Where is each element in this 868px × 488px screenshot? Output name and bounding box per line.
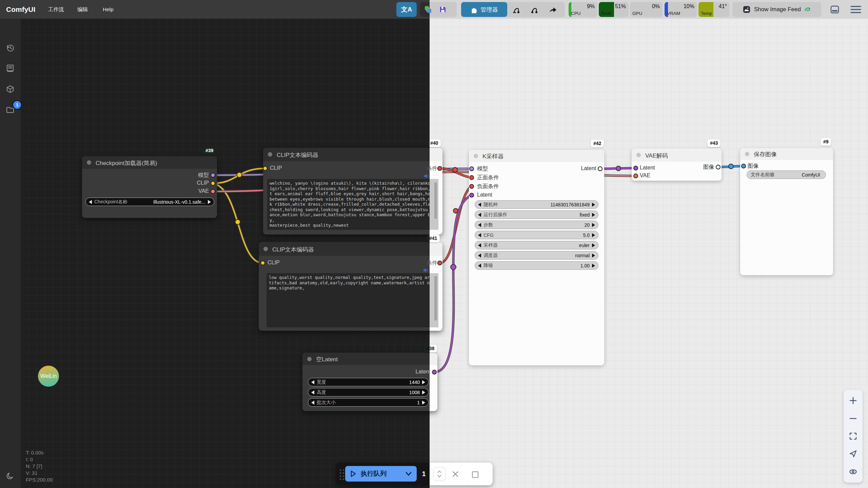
bottom-panel-toggle-icon[interactable]: [830, 5, 840, 14]
main-menu-icon[interactable]: [850, 5, 861, 14]
prev-arrow-icon[interactable]: [478, 213, 481, 217]
node-header[interactable]: VAE解码: [632, 148, 722, 162]
select-mode-icon[interactable]: [849, 449, 857, 458]
next-arrow-icon[interactable]: [592, 213, 595, 217]
prev-arrow-icon[interactable]: [478, 243, 481, 247]
output-dot-cond[interactable]: [437, 261, 442, 265]
next-arrow-icon[interactable]: [592, 223, 595, 227]
output-dot-image[interactable]: [716, 165, 721, 169]
denoise-widget[interactable]: 降噪 1.00: [475, 261, 598, 270]
collapse-dot-icon[interactable]: [307, 357, 312, 361]
fit-view-icon[interactable]: [849, 432, 857, 441]
menu-edit[interactable]: 编辑: [77, 0, 88, 19]
translate-button[interactable]: 文A: [396, 2, 417, 17]
prev-arrow-icon[interactable]: [478, 233, 481, 237]
manager-button[interactable]: 管理器: [461, 2, 507, 17]
model-library-icon[interactable]: [6, 85, 15, 94]
next-arrow-icon[interactable]: [422, 380, 425, 384]
collapse-dot-icon[interactable]: [745, 152, 749, 156]
output-dot-latent[interactable]: [598, 166, 603, 171]
positive-prompt-textarea[interactable]: welchino, yanyo \(ogino atsuki\), kita \…: [267, 179, 438, 230]
output-dot-latent[interactable]: [432, 370, 437, 374]
zoom-in-icon[interactable]: [849, 396, 857, 405]
theme-palette-icon[interactable]: [424, 6, 432, 13]
batch-count-stepper[interactable]: [433, 467, 446, 481]
node-header[interactable]: K采样器: [469, 150, 604, 162]
input-dot-positive[interactable]: [469, 175, 474, 180]
next-arrow-icon[interactable]: [422, 401, 425, 405]
toggle-link-visibility-icon[interactable]: [849, 467, 857, 476]
show-image-feed-button[interactable]: Show Image Feed: [732, 2, 821, 17]
height-widget[interactable]: 高度 1008: [308, 388, 429, 396]
output-dot-vae[interactable]: [211, 189, 215, 194]
steps-widget[interactable]: 步数 20: [475, 221, 598, 229]
prev-arrow-icon[interactable]: [478, 223, 481, 227]
history-icon[interactable]: [6, 44, 15, 53]
output-dot-cond[interactable]: [437, 166, 442, 171]
drag-handle[interactable]: [340, 469, 344, 480]
run-queue-button[interactable]: 执行队列: [345, 466, 417, 482]
prev-arrow-icon[interactable]: [89, 200, 92, 204]
next-arrow-icon[interactable]: [422, 390, 425, 394]
output-dot-model[interactable]: [211, 173, 215, 178]
speaker-icon[interactable]: [424, 174, 430, 179]
prev-arrow-icon[interactable]: [311, 380, 314, 384]
filename-prefix-widget[interactable]: 文件名前缀 ComfyUI: [747, 170, 826, 179]
next-arrow-icon[interactable]: [208, 200, 211, 204]
negative-prompt-textarea[interactable]: low quality,worst quality,normal quality…: [267, 273, 434, 327]
weilin-avatar[interactable]: WeiLin: [38, 366, 59, 387]
next-arrow-icon[interactable]: [592, 243, 595, 247]
output-dot-clip[interactable]: [211, 181, 215, 186]
node-header[interactable]: CLIP文本编码器: [263, 148, 442, 161]
prev-arrow-icon[interactable]: [478, 253, 481, 258]
next-arrow-icon[interactable]: [592, 264, 595, 268]
sampler-widget[interactable]: 采样器 euler: [475, 241, 598, 249]
menu-help[interactable]: Help: [103, 0, 114, 19]
node-header[interactable]: 空Latent: [302, 353, 437, 365]
step-down-icon[interactable]: [437, 475, 442, 477]
node-ksampler[interactable]: K采样器 随机种 114830176381849 运行后操作 fixed 步数 …: [469, 150, 604, 365]
node-library-icon[interactable]: [6, 64, 15, 73]
width-widget[interactable]: 宽度 1440: [308, 378, 429, 386]
step-up-icon[interactable]: [437, 470, 442, 473]
collapse-dot-icon[interactable]: [636, 153, 641, 157]
control-after-generate-widget[interactable]: 运行后操作 fixed: [475, 210, 598, 219]
prev-arrow-icon[interactable]: [311, 401, 314, 405]
input-dot-negative[interactable]: [469, 184, 474, 189]
seed-widget[interactable]: 随机种 114830176381849: [475, 200, 598, 209]
input-dot-model[interactable]: [469, 166, 474, 171]
node-header[interactable]: 保存图像: [740, 148, 833, 160]
collapse-dot-icon[interactable]: [263, 247, 268, 251]
batch-size-widget[interactable]: 批次大小 1: [308, 398, 429, 407]
input-dot-vae[interactable]: [633, 174, 638, 178]
scheduler-widget[interactable]: 调度器 normal: [475, 251, 598, 260]
zoom-out-icon[interactable]: [849, 414, 857, 423]
node-clip-encode-negative[interactable]: CLIP文本编码器 low quality,worst quality,norm…: [259, 242, 442, 331]
scrollbar-thumb[interactable]: [434, 182, 437, 219]
menu-workflow[interactable]: 工作流: [48, 0, 64, 19]
share-icon[interactable]: [549, 5, 557, 14]
node-header[interactable]: CLIP文本编码器: [259, 242, 442, 256]
clear-queue-icon[interactable]: [452, 471, 458, 477]
prev-arrow-icon[interactable]: [311, 390, 314, 394]
input-dot-clip[interactable]: [263, 166, 268, 171]
free-memory-icon[interactable]: [530, 5, 538, 14]
checkpoint-name-widget[interactable]: Checkpoint名称 Illustrious-XL-v0.1.safe...: [85, 198, 214, 206]
node-header[interactable]: Checkpoint加载器(简易): [82, 156, 217, 169]
clear-cache-icon[interactable]: [512, 5, 521, 14]
prev-arrow-icon[interactable]: [478, 203, 481, 207]
stop-icon[interactable]: [472, 471, 478, 478]
chevron-down-icon[interactable]: [405, 471, 412, 476]
input-dot-latent[interactable]: [633, 166, 638, 170]
input-dot-image[interactable]: [741, 164, 746, 168]
theme-toggle-moon-icon[interactable]: [6, 472, 15, 481]
batch-count-value[interactable]: 1: [419, 463, 428, 485]
collapse-dot-icon[interactable]: [87, 160, 91, 165]
collapse-dot-icon[interactable]: [474, 154, 478, 158]
next-arrow-icon[interactable]: [592, 203, 595, 207]
node-clip-encode-positive[interactable]: CLIP文本编码器 welchino, yanyo \(ogino atsuki…: [263, 148, 442, 235]
node-checkpoint-loader[interactable]: Checkpoint加载器(简易) Checkpoint名称 Illustrio…: [82, 156, 217, 218]
scrollbar-thumb[interactable]: [434, 276, 437, 321]
cfg-widget[interactable]: CFG 5.0: [475, 231, 598, 239]
next-arrow-icon[interactable]: [592, 253, 595, 258]
